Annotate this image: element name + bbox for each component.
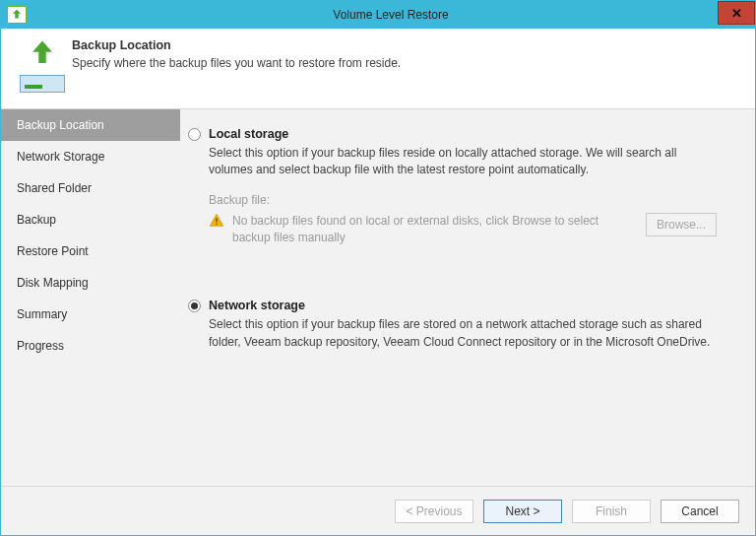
- wizard-footer: < Previous Next > Finish Cancel: [1, 486, 755, 535]
- svg-rect-1: [216, 223, 217, 224]
- sidebar-item-network-storage[interactable]: Network Storage: [1, 141, 180, 172]
- radio-row-network[interactable]: Network storage: [188, 299, 739, 312]
- page-subtitle: Specify where the backup files you want …: [72, 56, 743, 70]
- svg-rect-0: [216, 218, 217, 222]
- cancel-button[interactable]: Cancel: [661, 500, 739, 523]
- close-button[interactable]: ✕: [718, 1, 755, 25]
- option-local-storage: Local storage Select this option if your…: [188, 127, 739, 245]
- option-local-desc: Select this option if your backup files …: [209, 145, 721, 179]
- sidebar-item-summary[interactable]: Summary: [1, 299, 180, 330]
- option-network-storage: Network storage Select this option if yo…: [188, 299, 739, 351]
- titlebar: Volume Level Restore ✕: [1, 1, 755, 29]
- option-network-title: Network storage: [209, 299, 305, 312]
- wizard-content: Local storage Select this option if your…: [180, 109, 755, 486]
- radio-network-storage[interactable]: [188, 300, 201, 312]
- finish-button[interactable]: Finish: [572, 500, 651, 523]
- option-network-desc: Select this option if your backup files …: [209, 316, 721, 351]
- app-icon: [7, 6, 27, 24]
- warning-text: No backup files found on local or extern…: [232, 213, 636, 246]
- sidebar-item-restore-point[interactable]: Restore Point: [1, 235, 180, 267]
- radio-local-storage[interactable]: [188, 128, 201, 141]
- browse-button[interactable]: Browse...: [646, 213, 717, 236]
- wizard-steps-sidebar: Backup Location Network Storage Shared F…: [1, 109, 180, 486]
- restore-arrow-icon: [25, 38, 60, 71]
- backup-file-label: Backup file:: [209, 193, 739, 207]
- page-title: Backup Location: [72, 38, 743, 52]
- sidebar-item-disk-mapping[interactable]: Disk Mapping: [1, 267, 180, 299]
- sidebar-item-backup[interactable]: Backup: [1, 204, 180, 235]
- warning-icon: [209, 213, 224, 229]
- disk-icon: [20, 75, 65, 93]
- wizard-header: Backup Location Specify where the backup…: [1, 29, 755, 109]
- sidebar-item-shared-folder[interactable]: Shared Folder: [1, 172, 180, 204]
- radio-row-local[interactable]: Local storage: [188, 127, 739, 141]
- sidebar-item-progress[interactable]: Progress: [1, 330, 180, 362]
- option-local-title: Local storage: [209, 127, 288, 141]
- previous-button[interactable]: < Previous: [395, 500, 473, 523]
- next-button[interactable]: Next >: [483, 500, 562, 523]
- sidebar-item-backup-location[interactable]: Backup Location: [1, 109, 180, 141]
- window-title: Volume Level Restore: [27, 8, 755, 22]
